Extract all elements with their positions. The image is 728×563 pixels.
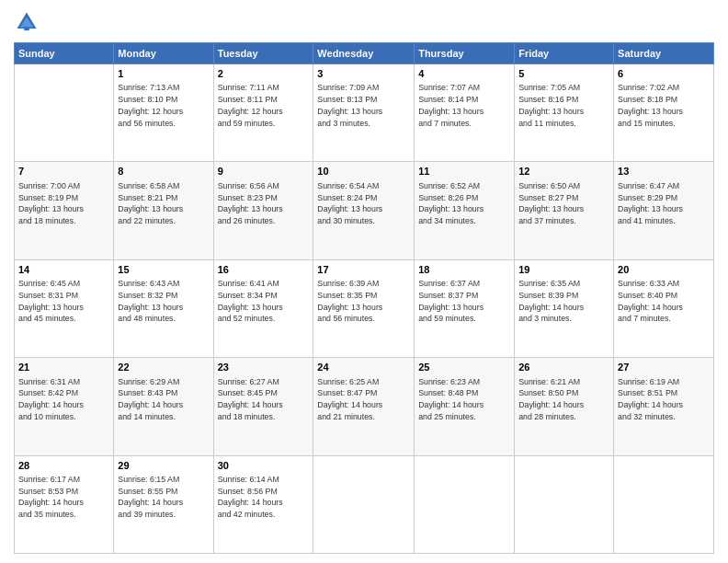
day-info: Sunrise: 6:41 AM Sunset: 8:34 PM Dayligh… <box>218 278 310 325</box>
day-info: Sunrise: 6:33 AM Sunset: 8:40 PM Dayligh… <box>618 278 710 325</box>
day-info: Sunrise: 7:13 AM Sunset: 8:10 PM Dayligh… <box>118 82 209 129</box>
day-info: Sunrise: 6:47 AM Sunset: 8:29 PM Dayligh… <box>618 180 710 227</box>
day-info: Sunrise: 6:52 AM Sunset: 8:26 PM Dayligh… <box>418 180 510 227</box>
day-number: 25 <box>418 361 510 374</box>
day-number: 19 <box>518 263 609 277</box>
day-cell: 23Sunrise: 6:27 AM Sunset: 8:45 PM Dayli… <box>213 358 313 455</box>
day-cell <box>515 455 614 553</box>
day-cell: 24Sunrise: 6:25 AM Sunset: 8:47 PM Dayli… <box>313 358 415 455</box>
logo-icon <box>14 9 40 35</box>
day-number: 11 <box>418 165 510 178</box>
day-info: Sunrise: 6:14 AM Sunset: 8:56 PM Dayligh… <box>218 474 310 521</box>
week-row-3: 14Sunrise: 6:45 AM Sunset: 8:31 PM Dayli… <box>15 259 714 357</box>
day-number: 8 <box>118 165 209 178</box>
day-cell: 13Sunrise: 6:47 AM Sunset: 8:29 PM Dayli… <box>614 162 714 259</box>
day-number: 12 <box>518 165 609 178</box>
day-info: Sunrise: 6:35 AM Sunset: 8:39 PM Dayligh… <box>518 278 609 325</box>
day-info: Sunrise: 6:17 AM Sunset: 8:53 PM Dayligh… <box>18 474 109 521</box>
day-cell: 19Sunrise: 6:35 AM Sunset: 8:39 PM Dayli… <box>515 259 614 357</box>
day-info: Sunrise: 6:50 AM Sunset: 8:27 PM Dayligh… <box>518 180 609 227</box>
day-cell: 18Sunrise: 6:37 AM Sunset: 8:37 PM Dayli… <box>415 259 515 357</box>
day-info: Sunrise: 6:23 AM Sunset: 8:48 PM Dayligh… <box>418 376 510 423</box>
day-number: 3 <box>317 67 410 81</box>
day-number: 30 <box>218 459 310 473</box>
svg-rect-2 <box>24 28 29 30</box>
week-row-5: 28Sunrise: 6:17 AM Sunset: 8:53 PM Dayli… <box>15 455 714 553</box>
day-cell: 26Sunrise: 6:21 AM Sunset: 8:50 PM Dayli… <box>515 358 614 455</box>
col-header-wednesday: Wednesday <box>313 43 415 64</box>
day-cell: 22Sunrise: 6:29 AM Sunset: 8:43 PM Dayli… <box>114 358 213 455</box>
day-cell <box>313 455 415 553</box>
day-cell: 5Sunrise: 7:05 AM Sunset: 8:16 PM Daylig… <box>515 64 614 162</box>
header <box>14 9 714 35</box>
col-header-monday: Monday <box>114 43 213 64</box>
day-number: 2 <box>218 67 310 81</box>
day-cell: 4Sunrise: 7:07 AM Sunset: 8:14 PM Daylig… <box>415 64 515 162</box>
day-info: Sunrise: 6:45 AM Sunset: 8:31 PM Dayligh… <box>18 278 109 325</box>
day-cell: 15Sunrise: 6:43 AM Sunset: 8:32 PM Dayli… <box>114 259 213 357</box>
day-number: 15 <box>118 263 209 277</box>
day-number: 22 <box>118 361 209 374</box>
day-cell: 17Sunrise: 6:39 AM Sunset: 8:35 PM Dayli… <box>313 259 415 357</box>
day-number: 24 <box>317 361 410 374</box>
day-cell: 27Sunrise: 6:19 AM Sunset: 8:51 PM Dayli… <box>614 358 714 455</box>
calendar-table: SundayMondayTuesdayWednesdayThursdayFrid… <box>14 42 714 554</box>
day-cell: 6Sunrise: 7:02 AM Sunset: 8:18 PM Daylig… <box>614 64 714 162</box>
day-cell: 3Sunrise: 7:09 AM Sunset: 8:13 PM Daylig… <box>313 64 415 162</box>
day-number: 16 <box>218 263 310 277</box>
day-info: Sunrise: 6:15 AM Sunset: 8:55 PM Dayligh… <box>118 474 209 521</box>
day-number: 23 <box>218 361 310 374</box>
col-header-friday: Friday <box>515 43 614 64</box>
day-info: Sunrise: 7:07 AM Sunset: 8:14 PM Dayligh… <box>418 82 510 129</box>
day-cell: 8Sunrise: 6:58 AM Sunset: 8:21 PM Daylig… <box>114 162 213 259</box>
day-cell <box>15 64 114 162</box>
day-info: Sunrise: 6:27 AM Sunset: 8:45 PM Dayligh… <box>218 376 310 423</box>
day-cell: 1Sunrise: 7:13 AM Sunset: 8:10 PM Daylig… <box>114 64 213 162</box>
day-number: 13 <box>618 165 710 178</box>
day-info: Sunrise: 6:19 AM Sunset: 8:51 PM Dayligh… <box>618 376 710 423</box>
day-info: Sunrise: 6:39 AM Sunset: 8:35 PM Dayligh… <box>317 278 410 325</box>
day-number: 20 <box>618 263 710 277</box>
day-number: 21 <box>18 361 109 374</box>
day-info: Sunrise: 6:54 AM Sunset: 8:24 PM Dayligh… <box>317 180 410 227</box>
day-number: 29 <box>118 459 209 473</box>
col-header-thursday: Thursday <box>415 43 515 64</box>
day-info: Sunrise: 6:31 AM Sunset: 8:42 PM Dayligh… <box>18 376 109 423</box>
day-info: Sunrise: 7:02 AM Sunset: 8:18 PM Dayligh… <box>618 82 710 129</box>
day-number: 7 <box>18 165 109 178</box>
col-header-sunday: Sunday <box>15 43 114 64</box>
day-cell: 21Sunrise: 6:31 AM Sunset: 8:42 PM Dayli… <box>15 358 114 455</box>
header-row: SundayMondayTuesdayWednesdayThursdayFrid… <box>15 43 714 64</box>
day-cell: 12Sunrise: 6:50 AM Sunset: 8:27 PM Dayli… <box>515 162 614 259</box>
week-row-2: 7Sunrise: 7:00 AM Sunset: 8:19 PM Daylig… <box>15 162 714 259</box>
day-cell: 25Sunrise: 6:23 AM Sunset: 8:48 PM Dayli… <box>415 358 515 455</box>
day-info: Sunrise: 6:58 AM Sunset: 8:21 PM Dayligh… <box>118 180 209 227</box>
day-info: Sunrise: 7:00 AM Sunset: 8:19 PM Dayligh… <box>18 180 109 227</box>
day-number: 4 <box>418 67 510 81</box>
day-cell: 10Sunrise: 6:54 AM Sunset: 8:24 PM Dayli… <box>313 162 415 259</box>
day-cell: 11Sunrise: 6:52 AM Sunset: 8:26 PM Dayli… <box>415 162 515 259</box>
day-number: 17 <box>317 263 410 277</box>
col-header-saturday: Saturday <box>614 43 714 64</box>
day-cell: 20Sunrise: 6:33 AM Sunset: 8:40 PM Dayli… <box>614 259 714 357</box>
day-cell: 29Sunrise: 6:15 AM Sunset: 8:55 PM Dayli… <box>114 455 213 553</box>
day-number: 5 <box>518 67 609 81</box>
week-row-1: 1Sunrise: 7:13 AM Sunset: 8:10 PM Daylig… <box>15 64 714 162</box>
day-cell: 14Sunrise: 6:45 AM Sunset: 8:31 PM Dayli… <box>15 259 114 357</box>
day-number: 18 <box>418 263 510 277</box>
day-cell: 30Sunrise: 6:14 AM Sunset: 8:56 PM Dayli… <box>213 455 313 553</box>
day-number: 10 <box>317 165 410 178</box>
day-number: 1 <box>118 67 209 81</box>
day-cell: 16Sunrise: 6:41 AM Sunset: 8:34 PM Dayli… <box>213 259 313 357</box>
day-number: 28 <box>18 459 109 473</box>
day-info: Sunrise: 6:21 AM Sunset: 8:50 PM Dayligh… <box>518 376 609 423</box>
col-header-tuesday: Tuesday <box>213 43 313 64</box>
day-number: 9 <box>218 165 310 178</box>
day-info: Sunrise: 6:43 AM Sunset: 8:32 PM Dayligh… <box>118 278 209 325</box>
day-info: Sunrise: 7:09 AM Sunset: 8:13 PM Dayligh… <box>317 82 410 129</box>
day-number: 6 <box>618 67 710 81</box>
week-row-4: 21Sunrise: 6:31 AM Sunset: 8:42 PM Dayli… <box>15 358 714 455</box>
logo <box>14 9 43 35</box>
day-info: Sunrise: 7:05 AM Sunset: 8:16 PM Dayligh… <box>518 82 609 129</box>
day-info: Sunrise: 7:11 AM Sunset: 8:11 PM Dayligh… <box>218 82 310 129</box>
